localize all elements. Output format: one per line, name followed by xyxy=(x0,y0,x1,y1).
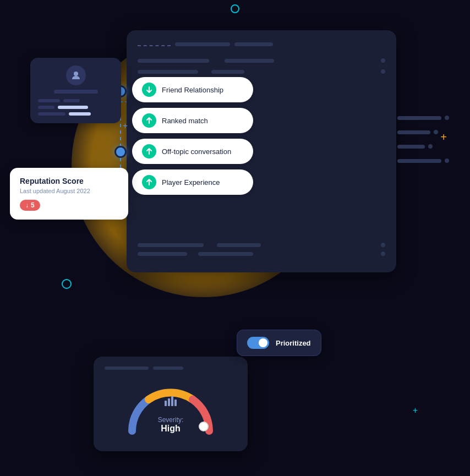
item-label: Off-topic conversation xyxy=(162,147,231,156)
avatar xyxy=(66,65,86,85)
prioritized-card: Prioritized xyxy=(237,330,321,356)
reputation-title: Reputation Score xyxy=(20,177,118,185)
profile-name-bar xyxy=(54,90,98,94)
reputation-subtitle: Last updated August 2022 xyxy=(20,188,118,194)
profile-bars xyxy=(38,99,113,116)
up-icon xyxy=(142,175,156,189)
deco-circle-top xyxy=(231,4,239,13)
list-item[interactable]: Player Experience xyxy=(132,169,253,195)
item-label: Ranked match xyxy=(162,117,208,125)
svg-rect-6 xyxy=(171,396,173,406)
card-row-2 xyxy=(138,58,385,63)
svg-point-2 xyxy=(74,72,78,76)
card-row-3 xyxy=(138,69,385,74)
svg-rect-4 xyxy=(165,401,167,406)
bottom-rows xyxy=(138,243,385,260)
profile-card: + xyxy=(30,58,121,123)
reputation-badge: ↓ 5 xyxy=(20,200,40,211)
svg-rect-5 xyxy=(168,398,170,406)
reputation-card: Reputation Score Last updated August 202… xyxy=(10,168,128,220)
severity-text: Severity: xyxy=(158,416,184,424)
gauge-label: Severity: High xyxy=(158,416,184,434)
badge-icon: ↓ xyxy=(25,201,29,209)
list-item[interactable]: Ranked match xyxy=(132,108,253,133)
plus-icon: + xyxy=(123,121,128,131)
list-item[interactable]: Off-topic conversation xyxy=(132,139,253,164)
chart-icon xyxy=(165,396,177,409)
svg-point-3 xyxy=(199,422,208,431)
prioritized-label: Prioritized xyxy=(276,339,311,347)
severity-card: Severity: High xyxy=(94,357,248,451)
up-icon xyxy=(142,144,156,158)
item-label: Player Experience xyxy=(162,178,220,187)
items-area: Friend Relationship Ranked match Off-top… xyxy=(132,77,253,195)
item-label: Friend Relationship xyxy=(162,86,223,94)
sev-bar-2 xyxy=(153,366,183,370)
header-bars xyxy=(175,42,273,51)
gauge-container: Severity: High xyxy=(121,379,220,439)
svg-rect-7 xyxy=(174,400,177,406)
sev-bar-1 xyxy=(105,366,149,370)
dashed-line xyxy=(138,45,171,46)
down-icon xyxy=(142,83,156,97)
deco-circle-small xyxy=(62,279,72,289)
list-item[interactable]: Friend Relationship xyxy=(132,77,253,102)
up-icon xyxy=(142,113,156,128)
toggle-switch[interactable] xyxy=(247,337,269,349)
severity-value: High xyxy=(158,424,184,434)
card-header xyxy=(138,40,385,51)
severity-header xyxy=(105,366,237,370)
right-side-bars xyxy=(397,116,449,163)
deco-plus-teal: + xyxy=(413,406,418,415)
toggle-knob xyxy=(259,338,267,347)
badge-value: 5 xyxy=(31,201,35,209)
timeline-dot-2 xyxy=(114,146,127,158)
